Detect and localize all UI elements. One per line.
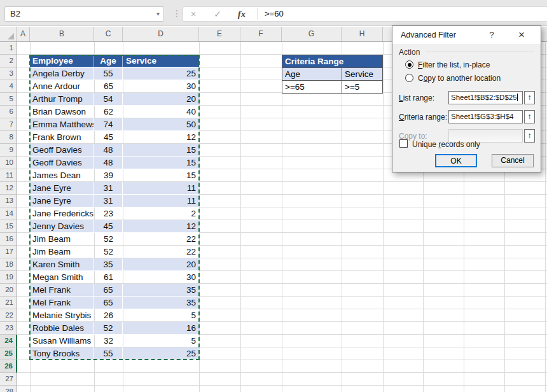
- row-header-12[interactable]: 12: [0, 182, 17, 195]
- cell-service[interactable]: 30: [123, 271, 199, 284]
- cell-age[interactable]: 32: [94, 335, 123, 347]
- cell-age[interactable]: 54: [94, 93, 123, 105]
- cell-service[interactable]: 12: [123, 131, 199, 144]
- cell-age[interactable]: 31: [94, 182, 123, 194]
- cell-age[interactable]: 45: [94, 131, 123, 144]
- criteria-range-picker-button[interactable]: ↑: [524, 110, 535, 123]
- cell-service[interactable]: 20: [123, 93, 199, 105]
- cell-service[interactable]: 2: [123, 207, 199, 220]
- row-header-16[interactable]: 16: [0, 233, 17, 246]
- cell-employee[interactable]: Anne Ardour: [30, 80, 94, 93]
- cell-service[interactable]: 11: [123, 182, 199, 194]
- row-header-18[interactable]: 18: [0, 258, 17, 271]
- cell-age[interactable]: 48: [94, 144, 123, 156]
- cell-service[interactable]: 15: [123, 157, 199, 169]
- ok-button[interactable]: OK: [435, 154, 477, 167]
- row-header-20[interactable]: 20: [0, 284, 17, 297]
- cell-service[interactable]: 5: [123, 309, 199, 322]
- table-row[interactable]: Mel Frank6535: [30, 284, 199, 297]
- list-range-picker-button[interactable]: ↑: [524, 91, 535, 104]
- cell-service[interactable]: 35: [123, 297, 199, 309]
- radio-filter-in-place[interactable]: [405, 60, 413, 69]
- cell-employee[interactable]: Tony Brooks: [30, 347, 94, 360]
- cell-employee[interactable]: Angela Derby: [30, 67, 94, 80]
- cell-service[interactable]: 35: [123, 284, 199, 296]
- column-header-H[interactable]: H: [342, 27, 383, 41]
- row-header-1[interactable]: 1: [0, 42, 17, 55]
- row-header-19[interactable]: 19: [0, 271, 17, 284]
- cell-age[interactable]: 52: [94, 322, 123, 334]
- cell-service[interactable]: 50: [123, 118, 199, 130]
- cell-service[interactable]: 5: [123, 335, 199, 347]
- cell-age[interactable]: 61: [94, 271, 123, 284]
- cell-employee[interactable]: Jane Fredericks: [30, 207, 94, 220]
- cell-employee[interactable]: Jane Eyre: [30, 182, 94, 194]
- row-header-5[interactable]: 5: [0, 93, 17, 106]
- column-header-C[interactable]: C: [94, 27, 123, 41]
- cell-employee[interactable]: Frank Brown: [30, 131, 94, 144]
- cancel-icon[interactable]: ×: [187, 7, 200, 21]
- table-row[interactable]: Tony Brooks5525: [30, 347, 199, 360]
- name-box[interactable]: B2 ▾: [4, 6, 164, 22]
- table-row[interactable]: Susan Williams325: [30, 335, 199, 347]
- table-row[interactable]: Geoff Davies4815: [30, 144, 199, 157]
- row-header-8[interactable]: 8: [0, 131, 17, 144]
- column-header-E[interactable]: E: [199, 27, 240, 41]
- table-row[interactable]: Jim Beam5222: [30, 246, 199, 258]
- cell-employee[interactable]: Megan Smith: [30, 271, 94, 284]
- name-box-dropdown-icon[interactable]: ▾: [156, 7, 160, 21]
- cell-age[interactable]: 35: [94, 258, 123, 270]
- cell-age[interactable]: 65: [94, 297, 123, 309]
- formula-input[interactable]: >=60: [265, 7, 284, 21]
- cell-service[interactable]: 22: [123, 233, 199, 246]
- cell-employee[interactable]: Susan Williams: [30, 335, 94, 347]
- cell-service[interactable]: 15: [123, 169, 199, 182]
- cell-age[interactable]: 31: [94, 195, 123, 207]
- select-all-corner[interactable]: [0, 27, 17, 41]
- cell-age[interactable]: 65: [94, 284, 123, 296]
- table-row[interactable]: Arthur Tromp5420: [30, 93, 199, 106]
- cell-employee[interactable]: James Dean: [30, 169, 94, 182]
- row-header-10[interactable]: 10: [0, 157, 17, 169]
- table-row[interactable]: Brian Dawson6240: [30, 106, 199, 118]
- cell-employee[interactable]: Robbie Dales: [30, 322, 94, 334]
- criteria-age-value-cell[interactable]: >=65: [282, 80, 342, 94]
- cell-employee[interactable]: Emma Matthews: [30, 118, 94, 130]
- cell-age[interactable]: 74: [94, 118, 123, 130]
- cell-age[interactable]: 55: [94, 347, 123, 360]
- cell-service[interactable]: 30: [123, 80, 199, 93]
- close-icon[interactable]: ×: [515, 29, 529, 41]
- cell-service[interactable]: 12: [123, 220, 199, 232]
- help-icon[interactable]: ?: [487, 30, 497, 39]
- table-row[interactable]: Jane Fredericks232: [30, 207, 199, 220]
- table-row[interactable]: Jane Eyre3111: [30, 195, 199, 207]
- cell-age[interactable]: 23: [94, 207, 123, 220]
- table-row[interactable]: Karen Smith3520: [30, 258, 199, 271]
- cell-age[interactable]: 45: [94, 220, 123, 232]
- cell-service[interactable]: 40: [123, 106, 199, 118]
- row-header-6[interactable]: 6: [0, 106, 17, 118]
- column-header-B[interactable]: B: [30, 27, 94, 41]
- cell-employee[interactable]: Jim Beam: [30, 246, 94, 258]
- cell-service[interactable]: 15: [123, 144, 199, 156]
- table-row[interactable]: Mel Frank6535: [30, 297, 199, 309]
- row-header-2[interactable]: 2: [0, 55, 17, 67]
- table-row[interactable]: Robbie Dales5216: [30, 322, 199, 335]
- cell-age[interactable]: 65: [94, 80, 123, 93]
- column-header-G[interactable]: G: [282, 27, 342, 41]
- row-header-17[interactable]: 17: [0, 246, 17, 258]
- cell-age[interactable]: 55: [94, 67, 123, 80]
- row-header-23[interactable]: 23: [0, 322, 17, 335]
- table-row[interactable]: Geoff Davies4815: [30, 157, 199, 169]
- cell-employee[interactable]: Karen Smith: [30, 258, 94, 270]
- cell-employee[interactable]: Brian Dawson: [30, 106, 94, 118]
- criteria-service-header-cell[interactable]: Service: [342, 67, 383, 81]
- row-header-28[interactable]: 28: [0, 386, 17, 392]
- header-employee[interactable]: Employee: [30, 55, 94, 67]
- header-age[interactable]: Age: [94, 55, 123, 67]
- cell-age[interactable]: 26: [94, 309, 123, 322]
- criteria-range-title-cell[interactable]: Criteria Range: [282, 55, 383, 68]
- cell-age[interactable]: 48: [94, 157, 123, 169]
- cell-employee[interactable]: Melanie Strybis: [30, 309, 94, 322]
- cell-employee[interactable]: Mel Frank: [30, 297, 94, 309]
